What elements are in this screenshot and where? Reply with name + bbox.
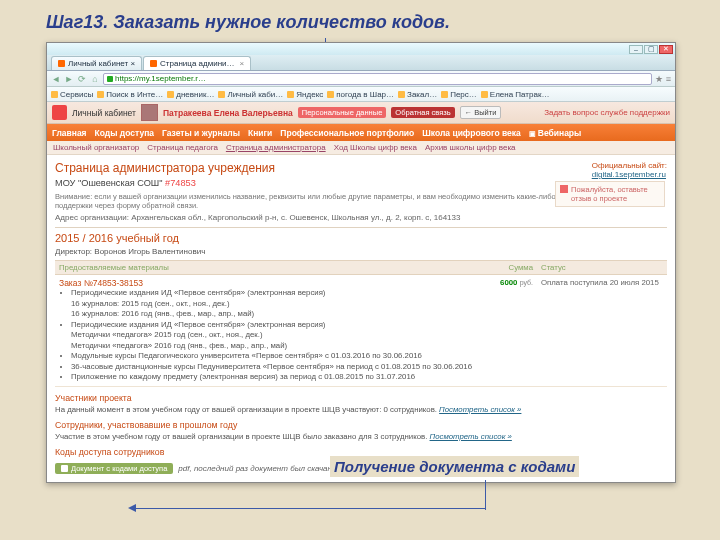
slide-title: Шаг13. Заказать нужное количество кодов. <box>0 0 720 39</box>
cabinet-label: Личный кабинет <box>72 108 136 118</box>
org-address: Адрес организации: Архангельская обл., К… <box>55 213 667 222</box>
feedback-button[interactable]: Обратная связь <box>391 107 454 118</box>
browser-tabstrip: Личный кабинет × Страница админи… × <box>47 55 675 71</box>
bookmark-item[interactable]: Поиск в Инте… <box>97 90 163 99</box>
feedback-text: Пожалуйста, оставьте отзыв о проекте <box>571 185 660 203</box>
window-titlebar: – ▢ ✕ <box>47 43 675 55</box>
nav-forward-icon[interactable]: ► <box>64 74 74 84</box>
order-table: Предоставляемые материалы Сумма Статус З… <box>55 260 667 387</box>
bookmark-item[interactable]: Яндекс <box>287 90 323 99</box>
bookmark-item[interactable]: Закал… <box>398 90 437 99</box>
support-link[interactable]: Задать вопрос службе поддержки <box>544 108 670 117</box>
order-price: 6000 руб. <box>487 275 537 387</box>
site-icon <box>327 91 334 98</box>
page-title: Страница администратора учреждения <box>55 161 275 175</box>
nav-reload-icon[interactable]: ⟳ <box>77 74 87 84</box>
year-block: 2015 / 2016 учебный год Директор: Вороно… <box>55 227 667 387</box>
bookmark-item[interactable]: Сервисы <box>51 90 93 99</box>
download-hint: pdf, последний раз документ был скачан … <box>178 464 342 473</box>
official-site-box: Официальный сайт: digital.1september.ru <box>592 161 667 179</box>
window-max-button[interactable]: ▢ <box>644 45 658 54</box>
table-row: Заказ №74853-38153 Периодические издания… <box>55 275 667 387</box>
site-icon <box>441 91 448 98</box>
site-link[interactable]: digital.1september.ru <box>592 170 667 179</box>
callout-line-bot-h <box>135 508 485 509</box>
apps-icon <box>51 91 58 98</box>
nav-codes[interactable]: Коды доступа <box>95 128 154 138</box>
url-input[interactable]: https://my.1september.r… <box>103 73 652 85</box>
download-codes-button[interactable]: Документ с кодами доступа <box>55 463 173 474</box>
section-text: Участие в этом учебном году от вашей орг… <box>55 432 667 441</box>
slide-callout-text: Получение документа с кодами <box>330 456 579 477</box>
view-list-link[interactable]: Посмотреть список » <box>439 405 521 414</box>
bookmarks-bar: Сервисы Поиск в Инте… дневник… Личный ка… <box>47 87 675 102</box>
bookmark-label: дневник… <box>176 90 214 99</box>
tab-label: Страница админи… <box>160 59 234 68</box>
list-item: Периодические издания ИД «Первое сентябр… <box>71 320 483 352</box>
section-heading: Сотрудники, участвовавшие в прошлом году <box>55 420 667 430</box>
bookmark-label: Сервисы <box>60 90 93 99</box>
user-name: Патракеева Елена Валерьевна <box>163 108 293 118</box>
bookmark-label: Елена Патрак… <box>490 90 550 99</box>
col-status: Статус <box>537 261 667 275</box>
nav-back-icon[interactable]: ◄ <box>51 74 61 84</box>
page-body: Личный кабинет Патракеева Елена Валерьев… <box>47 102 675 482</box>
bookmark-item[interactable]: погода в Шар… <box>327 90 394 99</box>
subnav-item[interactable]: Архив школы цифр века <box>425 143 516 152</box>
bookmark-item[interactable]: дневник… <box>167 90 214 99</box>
personal-data-button[interactable]: Персональные данные <box>298 107 387 118</box>
bookmark-item[interactable]: Перс… <box>441 90 477 99</box>
browser-menu-icon[interactable]: ≡ <box>666 74 671 84</box>
list-item: 36-часовые дистанционные курсы Педунивер… <box>71 362 483 373</box>
callout-line-bot-v <box>485 480 486 510</box>
subnav-item-active[interactable]: Страница администратора <box>226 143 326 152</box>
main-nav: Главная Коды доступа Газеты и журналы Кн… <box>47 124 675 141</box>
window-close-button[interactable]: ✕ <box>659 45 673 54</box>
site-logo-icon <box>52 105 67 120</box>
bookmark-label: Поиск в Инте… <box>106 90 163 99</box>
document-icon <box>61 465 68 472</box>
bookmark-label: Перс… <box>450 90 477 99</box>
sub-nav: Школьный организатор Страница педагога С… <box>47 141 675 155</box>
order-status: Оплата поступила 20 июля 2015 <box>537 275 667 387</box>
nav-home-icon[interactable]: ⌂ <box>90 74 100 84</box>
download-label: Документ с кодами доступа <box>71 464 167 473</box>
subnav-item[interactable]: Ход Школы цифр века <box>334 143 417 152</box>
subnav-item[interactable]: Школьный организатор <box>53 143 139 152</box>
section-text: На данный момент в этом учебном году от … <box>55 405 667 414</box>
prev-year-section: Сотрудники, участвовавшие в прошлом году… <box>55 420 667 441</box>
browser-tab[interactable]: Личный кабинет × <box>51 56 142 70</box>
bookmark-item[interactable]: Елена Патрак… <box>481 90 550 99</box>
nav-main[interactable]: Главная <box>52 128 87 138</box>
nav-newspapers[interactable]: Газеты и журналы <box>162 128 240 138</box>
subnav-item[interactable]: Страница педагога <box>147 143 218 152</box>
user-bar: Личный кабинет Патракеева Елена Валерьев… <box>47 102 675 124</box>
browser-tab-active[interactable]: Страница админи… × <box>143 56 251 70</box>
list-item: Модульные курсы Педагогического универси… <box>71 351 483 362</box>
nav-school[interactable]: Школа цифрового века <box>422 128 521 138</box>
bookmark-item[interactable]: Личный каби… <box>218 90 283 99</box>
list-item: Приложение по каждому предмету (электрон… <box>71 372 483 383</box>
avatar <box>141 104 158 121</box>
nav-webinars[interactable]: Вебинары <box>529 128 582 138</box>
logout-button[interactable]: ← Выйти <box>460 106 502 119</box>
view-list-link[interactable]: Посмотреть список » <box>430 432 512 441</box>
folder-icon <box>97 91 104 98</box>
bookmark-star-icon[interactable]: ★ <box>655 74 663 84</box>
lock-icon <box>107 76 113 82</box>
feedback-widget[interactable]: Пожалуйста, оставьте отзыв о проекте <box>555 181 665 207</box>
site-icon <box>218 91 225 98</box>
list-item: Периодические издания ИД «Первое сентябр… <box>71 288 483 320</box>
url-text: https://my.1september.r… <box>115 74 206 83</box>
nav-portfolio[interactable]: Профессиональное портфолио <box>280 128 414 138</box>
close-tab-icon[interactable]: × <box>240 59 245 68</box>
nav-books[interactable]: Книги <box>248 128 272 138</box>
bookmark-label: Закал… <box>407 90 437 99</box>
org-number: #74853 <box>165 178 196 188</box>
director-line: Директор: Воронов Игорь Валентинович <box>55 247 667 256</box>
order-items-list: Периодические издания ИД «Первое сентябр… <box>71 288 483 383</box>
window-min-button[interactable]: – <box>629 45 643 54</box>
col-sum: Сумма <box>487 261 537 275</box>
section-heading: Участники проекта <box>55 393 667 403</box>
site-icon <box>481 91 488 98</box>
